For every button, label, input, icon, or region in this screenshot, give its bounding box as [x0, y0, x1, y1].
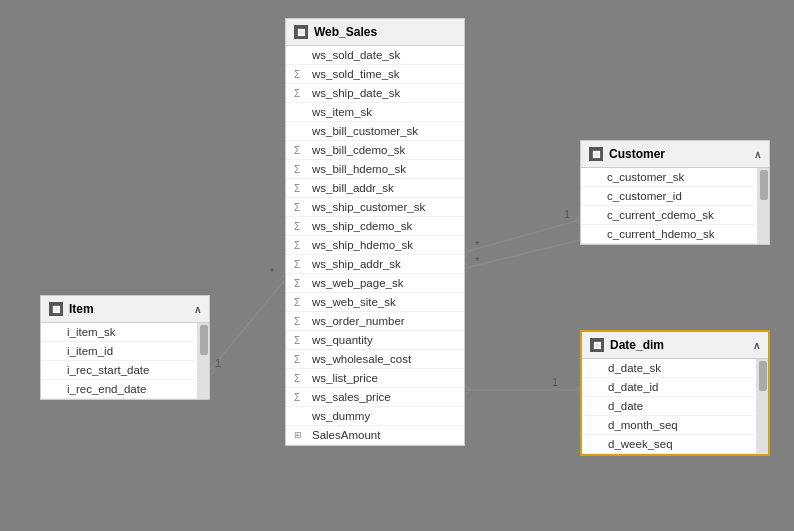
svg-line-0: [210, 280, 285, 370]
field-label: d_date_sk: [608, 362, 661, 374]
scrollbar[interactable]: [757, 168, 769, 244]
sigma-icon: Σ: [294, 69, 308, 80]
list-item[interactable]: d_date_sk: [582, 359, 754, 378]
field-label: c_current_cdemo_sk: [607, 209, 714, 221]
field-label: ws_ship_hdemo_sk: [312, 239, 413, 251]
table-item-title: Item: [69, 302, 94, 316]
list-item[interactable]: c_current_hdemo_sk: [581, 225, 755, 244]
table-item-header: ▦ Item ∧: [41, 296, 209, 323]
field-label: ws_sales_price: [312, 391, 391, 403]
svg-line-5: [465, 220, 580, 252]
field-label: i_item_sk: [67, 326, 116, 338]
svg-text:*: *: [475, 255, 480, 267]
svg-text:*: *: [270, 266, 275, 278]
scrollbar-thumb[interactable]: [760, 170, 768, 200]
list-item[interactable]: ws_sold_date_sk: [286, 46, 464, 65]
table-date-dim-header: ▦ Date_dim ∧: [582, 332, 768, 359]
list-item[interactable]: Σ ws_quantity: [286, 331, 464, 350]
sigma-icon: Σ: [294, 297, 308, 308]
field-label: ws_dummy: [312, 410, 370, 422]
table-icon: ▦: [294, 25, 308, 39]
table-customer[interactable]: ▦ Customer ∧ c_customer_sk c_customer_id…: [580, 140, 770, 245]
sigma-icon: Σ: [294, 164, 308, 175]
list-item[interactable]: d_date_id: [582, 378, 754, 397]
scrollbar[interactable]: [197, 323, 209, 399]
field-label: d_week_seq: [608, 438, 673, 450]
field-label: ws_web_page_sk: [312, 277, 403, 289]
field-label: ws_ship_customer_sk: [312, 201, 425, 213]
field-label: c_customer_sk: [607, 171, 684, 183]
list-item[interactable]: d_date: [582, 397, 754, 416]
list-item[interactable]: i_item_id: [41, 342, 195, 361]
list-item[interactable]: i_item_sk: [41, 323, 195, 342]
sigma-icon: Σ: [294, 278, 308, 289]
sigma-icon: Σ: [294, 354, 308, 365]
chevron-up-icon[interactable]: ∧: [194, 304, 201, 315]
field-label: d_month_seq: [608, 419, 678, 431]
table-date-dim-body: d_date_sk d_date_id d_date d_month_seq d…: [582, 359, 768, 454]
list-item[interactable]: Σ ws_ship_hdemo_sk: [286, 236, 464, 255]
table-date-dim-title: Date_dim: [610, 338, 664, 352]
sigma-icon: Σ: [294, 316, 308, 327]
list-item[interactable]: c_customer_id: [581, 187, 755, 206]
chevron-up-icon[interactable]: ∧: [753, 340, 760, 351]
svg-line-10: [465, 240, 580, 268]
field-label: ws_sold_date_sk: [312, 49, 400, 61]
sigma-icon: Σ: [294, 183, 308, 194]
list-item[interactable]: Σ ws_bill_addr_sk: [286, 179, 464, 198]
list-item[interactable]: d_week_seq: [582, 435, 754, 454]
table-icon: ▦: [589, 147, 603, 161]
sigma-icon: Σ: [294, 221, 308, 232]
list-item[interactable]: c_current_cdemo_sk: [581, 206, 755, 225]
scrollbar-thumb[interactable]: [759, 361, 767, 391]
field-label: SalesAmount: [312, 429, 380, 441]
field-label: c_customer_id: [607, 190, 682, 202]
scrollbar-thumb[interactable]: [200, 325, 208, 355]
list-item[interactable]: i_rec_start_date: [41, 361, 195, 380]
list-item[interactable]: Σ ws_ship_cdemo_sk: [286, 217, 464, 236]
list-item[interactable]: Σ ws_list_price: [286, 369, 464, 388]
field-label: ws_web_site_sk: [312, 296, 396, 308]
list-item[interactable]: ws_dummy: [286, 407, 464, 426]
table-item-body: i_item_sk i_item_id i_rec_start_date i_r…: [41, 323, 209, 399]
list-item[interactable]: Σ ws_ship_addr_sk: [286, 255, 464, 274]
list-item[interactable]: c_customer_sk: [581, 168, 755, 187]
field-label: ws_bill_addr_sk: [312, 182, 394, 194]
list-item[interactable]: Σ ws_web_page_sk: [286, 274, 464, 293]
field-label: d_date_id: [608, 381, 659, 393]
list-item[interactable]: Σ ws_ship_customer_sk: [286, 198, 464, 217]
list-item[interactable]: Σ ws_bill_cdemo_sk: [286, 141, 464, 160]
sigma-icon: Σ: [294, 240, 308, 251]
list-item[interactable]: Σ ws_sold_time_sk: [286, 65, 464, 84]
table-icon: ▦: [49, 302, 63, 316]
field-label: ws_wholesale_cost: [312, 353, 411, 365]
field-label: ws_list_price: [312, 372, 378, 384]
table-customer-body: c_customer_sk c_customer_id c_current_cd…: [581, 168, 769, 244]
table-date-dim[interactable]: ▦ Date_dim ∧ d_date_sk d_date_id d_date …: [580, 330, 770, 456]
table-web-sales-body: ws_sold_date_sk Σ ws_sold_time_sk Σ ws_s…: [286, 46, 464, 445]
list-item[interactable]: Σ ws_ship_date_sk: [286, 84, 464, 103]
list-item[interactable]: Σ ws_order_number: [286, 312, 464, 331]
field-label: c_current_hdemo_sk: [607, 228, 714, 240]
sigma-icon: Σ: [294, 259, 308, 270]
list-item[interactable]: Σ ws_sales_price: [286, 388, 464, 407]
list-item[interactable]: ws_bill_customer_sk: [286, 122, 464, 141]
list-item[interactable]: Σ ws_web_site_sk: [286, 293, 464, 312]
field-label: d_date: [608, 400, 643, 412]
field-label: ws_quantity: [312, 334, 373, 346]
list-item[interactable]: Σ ws_bill_hdemo_sk: [286, 160, 464, 179]
list-item[interactable]: Σ ws_wholesale_cost: [286, 350, 464, 369]
table-item[interactable]: ▦ Item ∧ i_item_sk i_item_id i_rec_start…: [40, 295, 210, 400]
scrollbar[interactable]: [756, 359, 768, 454]
table-web-sales[interactable]: ▦ Web_Sales ws_sold_date_sk Σ ws_sold_ti…: [285, 18, 465, 446]
field-label: i_rec_start_date: [67, 364, 149, 376]
field-label: ws_bill_cdemo_sk: [312, 144, 405, 156]
field-label: ws_order_number: [312, 315, 405, 327]
list-item[interactable]: d_month_seq: [582, 416, 754, 435]
list-item[interactable]: ws_item_sk: [286, 103, 464, 122]
sigma-icon: Σ: [294, 145, 308, 156]
list-item[interactable]: i_rec_end_date: [41, 380, 195, 399]
chevron-up-icon[interactable]: ∧: [754, 149, 761, 160]
sigma-icon: Σ: [294, 392, 308, 403]
list-item[interactable]: ⊞ SalesAmount: [286, 426, 464, 445]
